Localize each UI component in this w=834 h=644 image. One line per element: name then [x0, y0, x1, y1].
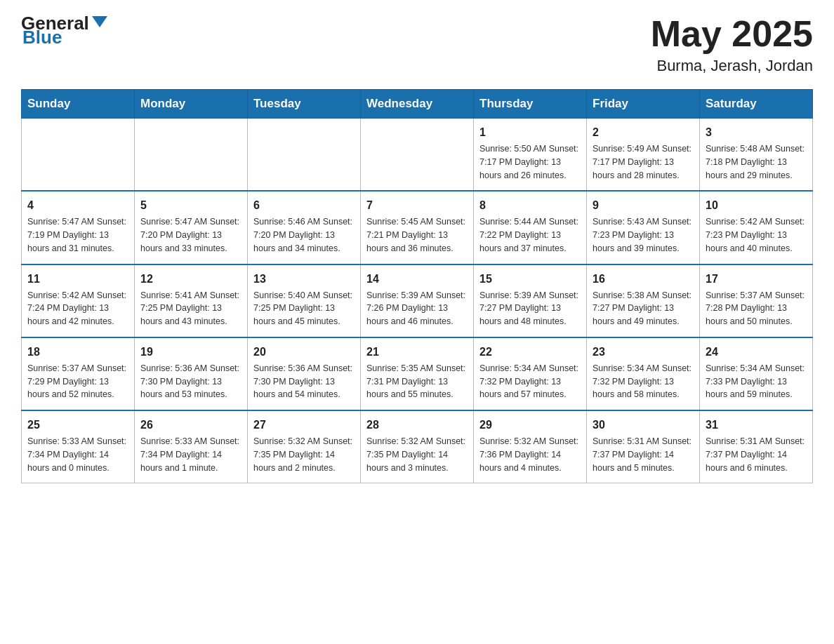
day-info: Sunrise: 5:43 AM Sunset: 7:23 PM Dayligh…: [593, 215, 694, 255]
calendar-table: SundayMondayTuesdayWednesdayThursdayFrid…: [21, 89, 813, 483]
calendar-header-saturday: Saturday: [700, 90, 813, 119]
day-info: Sunrise: 5:39 AM Sunset: 7:26 PM Dayligh…: [366, 289, 468, 328]
calendar-cell: 6Sunrise: 5:46 AM Sunset: 7:20 PM Daylig…: [248, 191, 361, 264]
day-info: Sunrise: 5:40 AM Sunset: 7:25 PM Dayligh…: [253, 289, 355, 328]
calendar-cell: 26Sunrise: 5:33 AM Sunset: 7:34 PM Dayli…: [135, 410, 248, 483]
location-text: Burma, Jerash, Jordan: [651, 57, 813, 75]
calendar-cell: 31Sunrise: 5:31 AM Sunset: 7:37 PM Dayli…: [700, 410, 813, 483]
calendar-cell: 11Sunrise: 5:42 AM Sunset: 7:24 PM Dayli…: [22, 264, 135, 337]
day-info: Sunrise: 5:48 AM Sunset: 7:18 PM Dayligh…: [706, 142, 807, 182]
calendar-cell: 17Sunrise: 5:37 AM Sunset: 7:28 PM Dayli…: [700, 264, 813, 337]
day-number: 1: [479, 124, 581, 141]
calendar-cell: 8Sunrise: 5:44 AM Sunset: 7:22 PM Daylig…: [474, 191, 587, 264]
day-number: 26: [140, 417, 241, 434]
day-info: Sunrise: 5:33 AM Sunset: 7:34 PM Dayligh…: [140, 435, 241, 474]
calendar-cell: 9Sunrise: 5:43 AM Sunset: 7:23 PM Daylig…: [587, 191, 700, 264]
calendar-cell: 30Sunrise: 5:31 AM Sunset: 7:37 PM Dayli…: [587, 410, 700, 483]
day-number: 15: [479, 271, 581, 288]
logo-blue-text: Blue: [21, 28, 62, 46]
calendar-cell: 18Sunrise: 5:37 AM Sunset: 7:29 PM Dayli…: [22, 337, 135, 410]
day-number: 30: [593, 417, 694, 434]
calendar-header-monday: Monday: [135, 90, 248, 119]
day-info: Sunrise: 5:37 AM Sunset: 7:28 PM Dayligh…: [706, 289, 807, 328]
day-info: Sunrise: 5:47 AM Sunset: 7:20 PM Dayligh…: [140, 215, 241, 255]
calendar-week-row: 25Sunrise: 5:33 AM Sunset: 7:34 PM Dayli…: [22, 410, 813, 483]
calendar-header-wednesday: Wednesday: [361, 90, 474, 119]
calendar-cell: 2Sunrise: 5:49 AM Sunset: 7:17 PM Daylig…: [587, 119, 700, 192]
day-info: Sunrise: 5:33 AM Sunset: 7:34 PM Dayligh…: [27, 435, 128, 474]
day-number: 5: [140, 197, 241, 214]
month-title: May 2025: [651, 14, 813, 54]
calendar-cell: 24Sunrise: 5:34 AM Sunset: 7:33 PM Dayli…: [700, 337, 813, 410]
day-number: 2: [593, 124, 694, 141]
logo-triangle-icon: [92, 16, 107, 27]
day-info: Sunrise: 5:37 AM Sunset: 7:29 PM Dayligh…: [27, 362, 128, 401]
day-info: Sunrise: 5:32 AM Sunset: 7:35 PM Dayligh…: [366, 435, 468, 474]
calendar-cell: 28Sunrise: 5:32 AM Sunset: 7:35 PM Dayli…: [361, 410, 474, 483]
day-number: 21: [366, 344, 468, 361]
calendar-cell: 21Sunrise: 5:35 AM Sunset: 7:31 PM Dayli…: [361, 337, 474, 410]
calendar-cell: 19Sunrise: 5:36 AM Sunset: 7:30 PM Dayli…: [135, 337, 248, 410]
day-number: 9: [593, 197, 694, 214]
day-info: Sunrise: 5:32 AM Sunset: 7:35 PM Dayligh…: [253, 435, 355, 474]
day-number: 7: [366, 197, 468, 214]
calendar-cell: 10Sunrise: 5:42 AM Sunset: 7:23 PM Dayli…: [700, 191, 813, 264]
day-number: 12: [140, 271, 241, 288]
logo: General Blue: [21, 14, 107, 46]
calendar-cell: 5Sunrise: 5:47 AM Sunset: 7:20 PM Daylig…: [135, 191, 248, 264]
calendar-cell: 15Sunrise: 5:39 AM Sunset: 7:27 PM Dayli…: [474, 264, 587, 337]
day-number: 19: [140, 344, 241, 361]
day-info: Sunrise: 5:41 AM Sunset: 7:25 PM Dayligh…: [140, 289, 241, 328]
day-number: 16: [593, 271, 694, 288]
day-info: Sunrise: 5:42 AM Sunset: 7:24 PM Dayligh…: [27, 289, 128, 328]
calendar-week-row: 4Sunrise: 5:47 AM Sunset: 7:19 PM Daylig…: [22, 191, 813, 264]
day-info: Sunrise: 5:35 AM Sunset: 7:31 PM Dayligh…: [366, 362, 468, 401]
calendar-cell: [361, 119, 474, 192]
calendar-header-friday: Friday: [587, 90, 700, 119]
day-number: 20: [253, 344, 355, 361]
day-info: Sunrise: 5:38 AM Sunset: 7:27 PM Dayligh…: [593, 289, 694, 328]
calendar-cell: 12Sunrise: 5:41 AM Sunset: 7:25 PM Dayli…: [135, 264, 248, 337]
day-number: 18: [27, 344, 128, 361]
title-area: May 2025 Burma, Jerash, Jordan: [651, 14, 813, 75]
day-number: 29: [479, 417, 581, 434]
calendar-cell: [22, 119, 135, 192]
day-number: 22: [479, 344, 581, 361]
day-info: Sunrise: 5:34 AM Sunset: 7:32 PM Dayligh…: [479, 362, 581, 401]
calendar-header-sunday: Sunday: [22, 90, 135, 119]
calendar-cell: 29Sunrise: 5:32 AM Sunset: 7:36 PM Dayli…: [474, 410, 587, 483]
day-info: Sunrise: 5:36 AM Sunset: 7:30 PM Dayligh…: [253, 362, 355, 401]
day-number: 8: [479, 197, 581, 214]
day-info: Sunrise: 5:46 AM Sunset: 7:20 PM Dayligh…: [253, 215, 355, 255]
calendar-cell: 27Sunrise: 5:32 AM Sunset: 7:35 PM Dayli…: [248, 410, 361, 483]
day-number: 10: [706, 197, 807, 214]
day-number: 6: [253, 197, 355, 214]
day-info: Sunrise: 5:42 AM Sunset: 7:23 PM Dayligh…: [706, 215, 807, 255]
day-info: Sunrise: 5:34 AM Sunset: 7:33 PM Dayligh…: [706, 362, 807, 401]
calendar-header-row: SundayMondayTuesdayWednesdayThursdayFrid…: [22, 90, 813, 119]
calendar-cell: 20Sunrise: 5:36 AM Sunset: 7:30 PM Dayli…: [248, 337, 361, 410]
calendar-week-row: 11Sunrise: 5:42 AM Sunset: 7:24 PM Dayli…: [22, 264, 813, 337]
day-info: Sunrise: 5:31 AM Sunset: 7:37 PM Dayligh…: [706, 435, 807, 474]
calendar-cell: 14Sunrise: 5:39 AM Sunset: 7:26 PM Dayli…: [361, 264, 474, 337]
calendar-week-row: 1Sunrise: 5:50 AM Sunset: 7:17 PM Daylig…: [22, 119, 813, 192]
day-number: 24: [706, 344, 807, 361]
day-number: 23: [593, 344, 694, 361]
page-header: General Blue May 2025 Burma, Jerash, Jor…: [21, 14, 813, 75]
day-number: 28: [366, 417, 468, 434]
day-number: 13: [253, 271, 355, 288]
calendar-cell: [248, 119, 361, 192]
calendar-week-row: 18Sunrise: 5:37 AM Sunset: 7:29 PM Dayli…: [22, 337, 813, 410]
calendar-cell: 7Sunrise: 5:45 AM Sunset: 7:21 PM Daylig…: [361, 191, 474, 264]
calendar-cell: 3Sunrise: 5:48 AM Sunset: 7:18 PM Daylig…: [700, 119, 813, 192]
day-number: 25: [27, 417, 128, 434]
calendar-cell: 25Sunrise: 5:33 AM Sunset: 7:34 PM Dayli…: [22, 410, 135, 483]
day-info: Sunrise: 5:32 AM Sunset: 7:36 PM Dayligh…: [479, 435, 581, 474]
day-info: Sunrise: 5:44 AM Sunset: 7:22 PM Dayligh…: [479, 215, 581, 255]
calendar-header-tuesday: Tuesday: [248, 90, 361, 119]
day-number: 31: [706, 417, 807, 434]
day-info: Sunrise: 5:36 AM Sunset: 7:30 PM Dayligh…: [140, 362, 241, 401]
day-number: 4: [27, 197, 128, 214]
calendar-cell: 16Sunrise: 5:38 AM Sunset: 7:27 PM Dayli…: [587, 264, 700, 337]
calendar-cell: 13Sunrise: 5:40 AM Sunset: 7:25 PM Dayli…: [248, 264, 361, 337]
